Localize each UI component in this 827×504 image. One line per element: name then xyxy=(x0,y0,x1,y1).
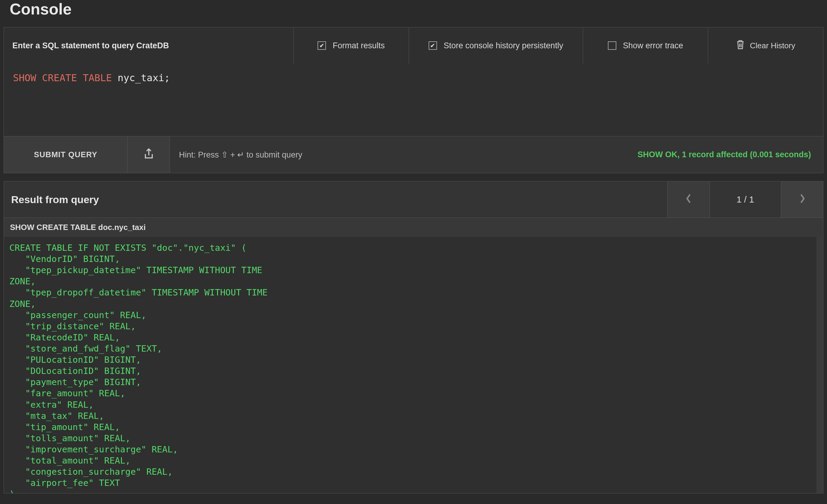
console-panel: Enter a SQL statement to query CrateDB F… xyxy=(4,27,823,173)
sql-editor[interactable]: SHOW CREATE TABLE nyc_taxi; xyxy=(4,64,823,136)
store-history-label: Store console history persistently xyxy=(444,41,563,50)
result-scrollbar[interactable] xyxy=(817,237,823,493)
error-trace-option[interactable]: Show error trace xyxy=(583,28,708,64)
submit-hint: Hint: Press ⇧ + ↵ to submit query xyxy=(170,137,625,173)
submit-query-button[interactable]: SUBMIT QUERY xyxy=(4,137,128,173)
error-trace-label: Show error trace xyxy=(623,41,683,50)
pager-prev-button[interactable] xyxy=(667,182,710,217)
actions-row: SUBMIT QUERY Hint: Press ⇧ + ↵ to submit… xyxy=(4,136,823,173)
trash-icon xyxy=(736,40,745,52)
share-button[interactable] xyxy=(128,137,170,173)
format-results-option[interactable]: Format results xyxy=(294,28,409,64)
clear-history-label: Clear History xyxy=(750,41,795,50)
result-header: Result from query 1 / 1 xyxy=(4,181,823,218)
result-title: Result from query xyxy=(4,182,667,217)
chevron-right-icon xyxy=(798,193,806,206)
pager-next-button[interactable] xyxy=(781,182,823,217)
format-results-checkbox[interactable] xyxy=(318,41,326,50)
result-pager: 1 / 1 xyxy=(667,182,823,217)
format-results-label: Format results xyxy=(333,41,385,50)
store-history-option[interactable]: Store console history persistently xyxy=(409,28,583,64)
result-column-header: SHOW CREATE TABLE doc.nyc_taxi xyxy=(4,218,823,237)
page-title: Console xyxy=(4,0,823,27)
query-status: SHOW OK, 1 record affected (0.001 second… xyxy=(625,137,823,173)
clear-history-button[interactable]: Clear History xyxy=(708,28,823,64)
chevron-left-icon xyxy=(685,193,692,206)
error-trace-checkbox[interactable] xyxy=(608,41,616,50)
store-history-checkbox[interactable] xyxy=(429,41,437,50)
share-icon xyxy=(144,148,154,162)
options-row: Enter a SQL statement to query CrateDB F… xyxy=(4,28,823,64)
result-body[interactable]: CREATE TABLE IF NOT EXISTS "doc"."nyc_ta… xyxy=(4,237,823,494)
sql-prompt-label: Enter a SQL statement to query CrateDB xyxy=(4,28,294,64)
pager-count: 1 / 1 xyxy=(710,182,781,217)
